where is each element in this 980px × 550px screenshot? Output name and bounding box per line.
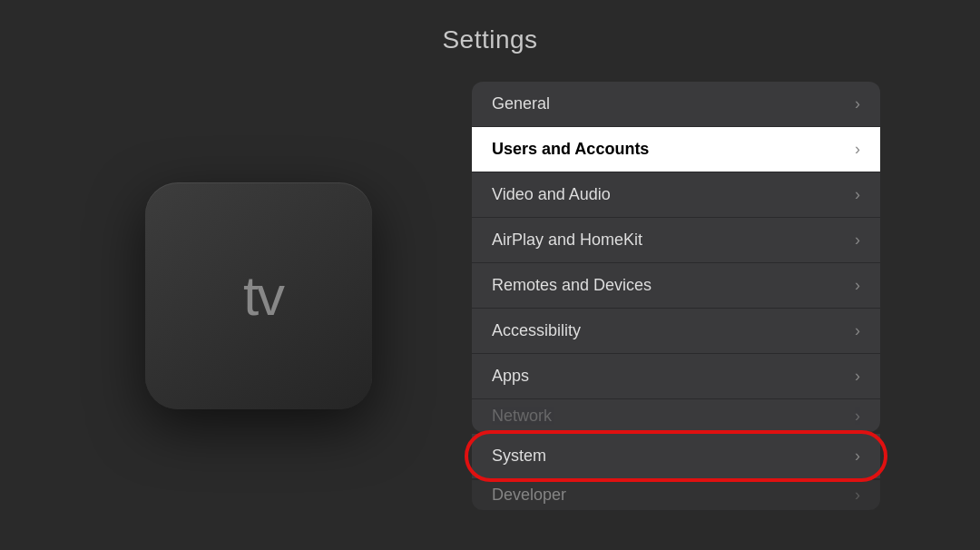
menu-label-general: General — [492, 94, 550, 113]
menu-label-system: System — [492, 447, 546, 466]
menu-item-network[interactable]: Network › — [472, 399, 880, 432]
tv-label: tv — [243, 268, 283, 324]
menu-item-users-accounts[interactable]: Users and Accounts › — [472, 127, 880, 172]
chevron-icon-video-audio: › — [855, 185, 860, 204]
menu-label-remotes-devices: Remotes and Devices — [492, 276, 652, 295]
chevron-icon-remotes-devices: › — [855, 276, 860, 295]
menu-list: General › Users and Accounts › Video and… — [472, 82, 880, 432]
menu-item-video-audio[interactable]: Video and Audio › — [472, 172, 880, 218]
menu-label-users-accounts: Users and Accounts — [492, 140, 649, 159]
menu-item-apps[interactable]: Apps › — [472, 354, 880, 399]
chevron-icon-apps: › — [855, 367, 860, 386]
chevron-icon-users-accounts: › — [855, 140, 860, 159]
chevron-icon-system: › — [855, 447, 860, 466]
chevron-icon-accessibility: › — [855, 321, 860, 340]
menu-item-developer[interactable]: Developer › — [472, 480, 880, 510]
device-illustration: tv — [100, 128, 417, 464]
chevron-icon-general: › — [855, 94, 860, 113]
chevron-icon-network: › — [855, 407, 860, 426]
menu-label-video-audio: Video and Audio — [492, 185, 611, 204]
menu-label-developer: Developer — [492, 486, 566, 505]
menu-label-network: Network — [492, 407, 552, 426]
settings-menu: General › Users and Accounts › Video and… — [472, 82, 880, 510]
menu-item-accessibility[interactable]: Accessibility › — [472, 309, 880, 354]
menu-label-apps: Apps — [492, 367, 529, 386]
menu-item-system[interactable]: System › — [472, 434, 880, 478]
chevron-icon-developer: › — [855, 486, 860, 505]
page-title: Settings — [0, 0, 980, 54]
chevron-icon-airplay-homekit: › — [855, 231, 860, 250]
menu-item-airplay-homekit[interactable]: AirPlay and HomeKit › — [472, 218, 880, 263]
system-item-wrapper: System › — [472, 434, 880, 478]
menu-label-airplay-homekit: AirPlay and HomeKit — [492, 231, 642, 250]
menu-label-accessibility: Accessibility — [492, 321, 581, 340]
apple-tv-box: tv — [145, 182, 372, 409]
menu-item-general[interactable]: General › — [472, 82, 880, 127]
menu-item-remotes-devices[interactable]: Remotes and Devices › — [472, 263, 880, 309]
